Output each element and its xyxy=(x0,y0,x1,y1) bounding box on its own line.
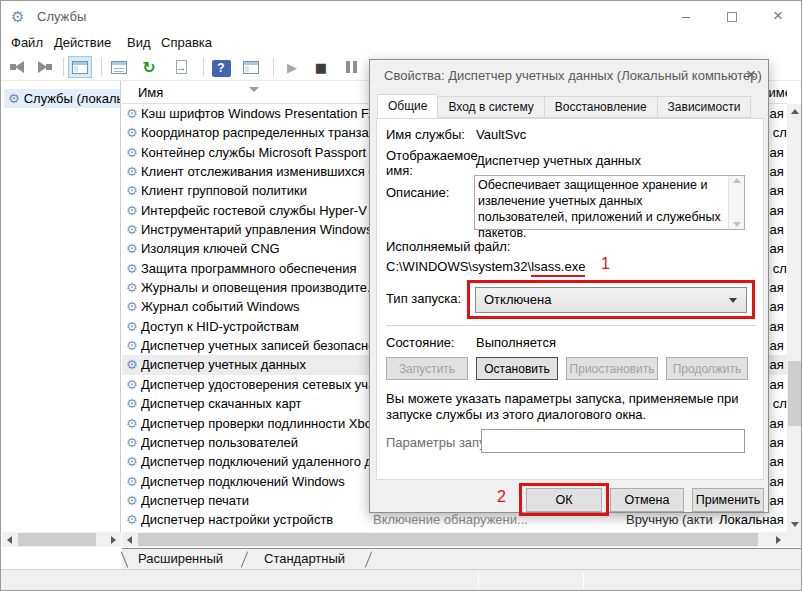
scroll-right-icon[interactable] xyxy=(771,532,786,547)
console-tree-panel: ⚙Службы (локальные) xyxy=(2,81,121,547)
annotation-step-2: 2 xyxy=(497,488,506,506)
tab-dependencies[interactable]: Зависимости xyxy=(658,96,752,118)
properties-icon[interactable] xyxy=(107,56,131,78)
show-console-window-icon[interactable] xyxy=(68,56,92,78)
dialog-title: Свойства: Диспетчер учетных данных (Лока… xyxy=(384,68,762,83)
scrollbar-thumb[interactable] xyxy=(788,361,801,426)
service-gear-icon: ⚙ xyxy=(126,375,138,394)
service-gear-icon: ⚙ xyxy=(126,414,138,433)
tab-general[interactable]: Общие xyxy=(377,94,438,118)
service-name: Диспетчер скачанных карт xyxy=(141,394,369,413)
service-gear-icon: ⚙ xyxy=(126,220,138,239)
tab-recovery[interactable]: Восстановление xyxy=(545,96,658,118)
stop-service-icon[interactable]: ■ xyxy=(309,56,333,78)
service-gear-icon: ⚙ xyxy=(126,433,138,452)
refresh-icon[interactable]: ↻ xyxy=(137,56,161,78)
tab-logon[interactable]: Вход в систему xyxy=(438,96,544,118)
maximize-icon xyxy=(727,12,737,22)
menu-action[interactable]: Действие xyxy=(54,35,111,50)
scroll-up-icon[interactable] xyxy=(787,104,802,119)
annotation-box-1 xyxy=(467,280,755,319)
tab-extended[interactable]: Расширенный xyxy=(124,550,237,569)
menu-file[interactable]: Файл xyxy=(11,35,43,50)
scroll-down-icon[interactable] xyxy=(787,517,802,532)
service-gear-icon: ⚙ xyxy=(126,201,138,220)
scroll-down-icon[interactable] xyxy=(733,222,741,227)
service-gear-icon: ⚙ xyxy=(126,239,138,258)
menu-view[interactable]: Вид xyxy=(127,35,151,50)
service-name: Координатор распределенных транзак xyxy=(141,123,369,142)
service-name: Диспетчер подключений удаленного д xyxy=(141,452,369,471)
ok-button[interactable]: ОК xyxy=(526,488,602,512)
apply-button[interactable]: Применить xyxy=(692,488,764,512)
action-button-0: Запустить xyxy=(386,357,468,380)
scrollbar-thumb[interactable] xyxy=(138,533,758,546)
service-name: Диспетчер проверки подлинности Xbo xyxy=(141,414,369,433)
service-gear-icon: ⚙ xyxy=(126,162,138,181)
view-tabstrip: Расширенный Стандартный xyxy=(122,548,802,569)
tree-horizontal-scrollbar[interactable] xyxy=(2,532,121,547)
state-label: Состояние: xyxy=(386,335,454,350)
gear-icon: ⚙ xyxy=(8,91,20,106)
export-list-icon[interactable]: → xyxy=(169,56,193,78)
service-gear-icon: ⚙ xyxy=(126,123,138,142)
back-icon[interactable] xyxy=(5,56,29,78)
forward-icon[interactable] xyxy=(33,56,57,78)
service-gear-icon: ⚙ xyxy=(126,355,138,374)
action-button-3: Продолжить xyxy=(666,357,748,380)
tree-item-services-local[interactable]: ⚙Службы (локальные) xyxy=(4,89,120,108)
service-name: Инструментарий управления Windows xyxy=(141,220,369,239)
start-service-icon: ▶ xyxy=(280,56,304,78)
scrollbar-corner xyxy=(786,532,802,547)
scroll-up-icon[interactable] xyxy=(733,178,741,183)
maximize-button[interactable] xyxy=(709,1,755,31)
tab-standard[interactable]: Стандартный xyxy=(250,550,359,569)
column-header-name[interactable]: Имя xyxy=(138,85,163,100)
service-gear-icon: ⚙ xyxy=(126,297,138,316)
tree-item-label: Службы (локальные) xyxy=(24,91,120,106)
service-gear-icon: ⚙ xyxy=(126,452,138,471)
service-name: Изоляция ключей CNG xyxy=(141,239,369,258)
description-scrollbar[interactable] xyxy=(728,176,744,229)
dialog-tabs: Общие Вход в систему Восстановление Зави… xyxy=(377,96,751,119)
service-gear-icon: ⚙ xyxy=(126,143,138,162)
exe-file-highlighted: lsass.exe xyxy=(531,259,585,277)
scrollbar-thumb[interactable] xyxy=(18,533,96,546)
minimize-button[interactable]: – xyxy=(663,1,709,31)
list-horizontal-scrollbar[interactable] xyxy=(122,532,786,547)
scroll-right-icon[interactable] xyxy=(106,532,121,547)
exe-path-value: C:\WINDOWS\system32\lsass.exe xyxy=(386,259,585,274)
service-name: Контейнер службы Microsoft Passport xyxy=(141,143,369,162)
dialog-close-icon[interactable]: × xyxy=(746,65,756,85)
show-hide-tree-icon[interactable] xyxy=(239,56,263,78)
state-value: Выполняется xyxy=(476,335,556,350)
service-name: Диспетчер учетных записей безопасно xyxy=(141,336,369,355)
service-name: Клиент отслеживания изменившихся с xyxy=(141,162,369,181)
cancel-button[interactable]: Отмена xyxy=(610,488,684,512)
menu-help[interactable]: Справка xyxy=(161,35,212,50)
service-gear-icon: ⚙ xyxy=(126,181,138,200)
service-name: Диспетчер пользователей xyxy=(141,433,369,452)
help-icon[interactable]: ? xyxy=(209,56,233,78)
divider xyxy=(386,325,756,326)
scroll-left-icon[interactable] xyxy=(2,532,17,547)
list-vertical-scrollbar[interactable] xyxy=(787,104,802,532)
scroll-left-icon[interactable] xyxy=(122,532,137,547)
service-name: Клиент групповой политики xyxy=(141,181,369,200)
title-bar: ⚙ Службы – × xyxy=(1,1,801,33)
action-button-1[interactable]: Остановить xyxy=(476,357,558,380)
service-gear-icon: ⚙ xyxy=(126,104,138,123)
sort-chevron-icon xyxy=(249,87,259,92)
startup-type-label: Тип запуска: xyxy=(386,291,461,306)
display-name-value: Диспетчер учетных данных xyxy=(476,153,641,168)
window-title: Службы xyxy=(37,9,86,24)
startup-params-input[interactable] xyxy=(481,429,745,453)
service-gear-icon: ⚙ xyxy=(126,394,138,413)
services-window: ⚙ Службы – × Файл Действие Вид Справка ↻… xyxy=(0,0,802,591)
service-name: Интерфейс гостевой службы Hyper-V xyxy=(141,201,369,220)
service-name: Диспетчер настройки устройств xyxy=(141,510,369,529)
service-gear-icon: ⚙ xyxy=(126,259,138,278)
description-textbox[interactable]: Обеспечивает защищенное хранение и извле… xyxy=(474,175,745,230)
service-name-label: Имя службы: xyxy=(386,127,465,142)
close-button[interactable]: × xyxy=(755,1,801,31)
